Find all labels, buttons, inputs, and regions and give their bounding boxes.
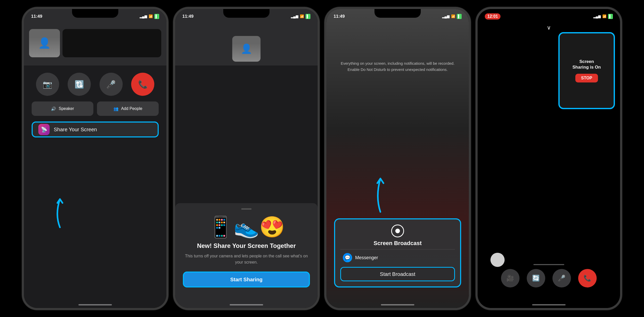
phone-1: 11:49 ▂▄▆ 📶 ▌ 👤 bbox=[22, 7, 168, 310]
mute-button[interactable]: 🎤 bbox=[100, 73, 123, 96]
wifi-icon: 📶 bbox=[149, 14, 153, 18]
signal-icon: ▂▄▆ bbox=[140, 14, 147, 18]
home-indicator-1 bbox=[78, 304, 112, 305]
notch-4 bbox=[526, 9, 572, 18]
sheet-title: New! Share Your Screen Together bbox=[197, 242, 296, 249]
flip-btn-4[interactable]: 🔄 bbox=[527, 269, 545, 287]
screen-sharing-box: ScreenSharing is On STOP bbox=[558, 32, 615, 109]
flip-icon: 🔃 bbox=[75, 80, 84, 89]
video-btn-4[interactable]: 🎥 bbox=[501, 269, 520, 287]
sheet-illustration: 📱👟😍 bbox=[208, 217, 285, 237]
start-sharing-button[interactable]: Start Sharing bbox=[183, 272, 310, 287]
battery-icon: ▌ bbox=[154, 14, 159, 19]
messenger-label: Messenger bbox=[355, 255, 378, 260]
add-people-icon: 👥 bbox=[113, 106, 119, 111]
video-off-icon: 🎥 bbox=[506, 275, 514, 282]
stop-button[interactable]: STOP bbox=[575, 74, 598, 82]
battery-icon-3: ▌ bbox=[457, 14, 462, 19]
controls-row-1: 📷 🔃 🎤 📞 bbox=[32, 73, 159, 96]
add-people-button[interactable]: 👥 Add People bbox=[97, 101, 159, 116]
start-broadcast-label: Start Broadcast bbox=[380, 271, 415, 277]
signal-icon-4: ▂▄▆ bbox=[593, 14, 601, 18]
end-icon-4: 📞 bbox=[584, 275, 591, 282]
phones-container: 11:49 ▂▄▆ 📶 ▌ 👤 bbox=[0, 0, 644, 317]
speaker-label: Speaker bbox=[59, 106, 74, 111]
end-call-icon: 📞 bbox=[138, 80, 148, 89]
wifi-icon-3: 📶 bbox=[451, 14, 455, 18]
wifi-icon-4: 📶 bbox=[602, 14, 606, 18]
status-icons-4: ▂▄▆ 📶 ▌ bbox=[593, 14, 613, 19]
speaker-button[interactable]: 🔊 Speaker bbox=[32, 101, 93, 116]
sheet-subtitle: This turns off your camera and lets peop… bbox=[183, 253, 310, 265]
divider-1 bbox=[340, 249, 455, 249]
phone-4: 12:01 ▂▄▆ 📶 ▌ ∨ ScreenSharing is On STOP bbox=[476, 7, 622, 310]
mic-btn-4[interactable]: 🎤 bbox=[552, 269, 571, 287]
record-icon bbox=[391, 225, 404, 237]
controls-row-2: 🔊 Speaker 👥 Add People bbox=[32, 101, 159, 116]
sheet-handle bbox=[241, 208, 252, 210]
bottom-divider bbox=[533, 264, 564, 265]
avatar-face: 👤 bbox=[29, 29, 60, 57]
add-people-label: Add People bbox=[121, 106, 142, 111]
notch-3 bbox=[374, 9, 421, 18]
video-icon: 📷 bbox=[43, 80, 52, 89]
flip-icon-4: 🔄 bbox=[532, 275, 540, 282]
share-screen-label: Share Your Screen bbox=[54, 127, 97, 133]
end-call-button[interactable]: 📞 bbox=[131, 73, 154, 96]
mute-icon: 🎤 bbox=[106, 80, 116, 89]
video-button[interactable]: 📷 bbox=[36, 73, 59, 96]
battery-icon-2: ▌ bbox=[306, 14, 310, 19]
start-sharing-label: Start Sharing bbox=[230, 277, 263, 283]
time-1: 11:49 bbox=[31, 14, 42, 19]
notch-2 bbox=[223, 9, 270, 18]
battery-icon-4: ▌ bbox=[608, 14, 613, 19]
status-icons-2: ▂▄▆ 📶 ▌ bbox=[291, 14, 310, 19]
arrow-3 bbox=[362, 163, 398, 215]
messenger-icon: 💬 bbox=[343, 253, 352, 262]
bottom-buttons: 🎥 🔄 🎤 📞 bbox=[501, 269, 597, 287]
broadcast-title: Screen Broadcast bbox=[373, 240, 422, 247]
signal-icon-3: ▂▄▆ bbox=[442, 14, 450, 18]
end-call-btn-4[interactable]: 📞 bbox=[578, 269, 597, 287]
remote-video-area bbox=[62, 29, 161, 57]
time-3: 11:49 bbox=[334, 14, 345, 19]
signal-icon-2: ▂▄▆ bbox=[291, 14, 298, 18]
arrow-1 bbox=[44, 184, 75, 230]
speaker-icon: 🔊 bbox=[51, 106, 56, 111]
time-2: 11:49 bbox=[182, 14, 193, 19]
mic-icon-4: 🎤 bbox=[558, 275, 566, 282]
start-broadcast-button[interactable]: Start Broadcast bbox=[340, 267, 455, 281]
share-screen-button[interactable]: 📡 Share Your Screen bbox=[32, 122, 159, 137]
home-indicator-3 bbox=[381, 304, 414, 305]
time-4: 12:01 bbox=[485, 13, 500, 20]
phone-2: 11:49 ▂▄▆ 📶 ▌ 👤 bbox=[173, 7, 320, 310]
share-screen-icon: 📡 bbox=[38, 124, 50, 135]
call-controls: 📷 🔃 🎤 📞 🔊 bbox=[24, 66, 166, 143]
messenger-row: 💬 Messenger bbox=[340, 252, 455, 263]
phone-3: 11:49 ▂▄▆ 📶 ▌ Everything on your screen,… bbox=[324, 7, 471, 310]
broadcast-warning: Everything on your screen, including not… bbox=[326, 60, 469, 73]
home-indicator-4 bbox=[532, 304, 566, 305]
share-sheet: 📱👟😍 New! Share Your Screen Together This… bbox=[175, 203, 318, 308]
home-indicator-2 bbox=[230, 304, 263, 305]
notch-1 bbox=[72, 9, 118, 18]
flip-camera-button[interactable]: 🔃 bbox=[68, 73, 91, 96]
broadcast-sheet: Screen Broadcast 💬 Messenger Start Broad… bbox=[334, 218, 461, 287]
wifi-icon-2: 📶 bbox=[300, 14, 304, 18]
bottom-bar-4: 🎥 🔄 🎤 📞 bbox=[478, 264, 620, 287]
screen-sharing-text: ScreenSharing is On bbox=[573, 59, 601, 70]
status-icons-3: ▂▄▆ 📶 ▌ bbox=[442, 14, 462, 19]
status-icons-1: ▂▄▆ 📶 ▌ bbox=[140, 14, 159, 19]
self-video-thumb: 👤 bbox=[29, 29, 60, 57]
avatar-thumb-2: 👤 bbox=[232, 36, 261, 62]
chevron-down: ∨ bbox=[547, 24, 551, 31]
